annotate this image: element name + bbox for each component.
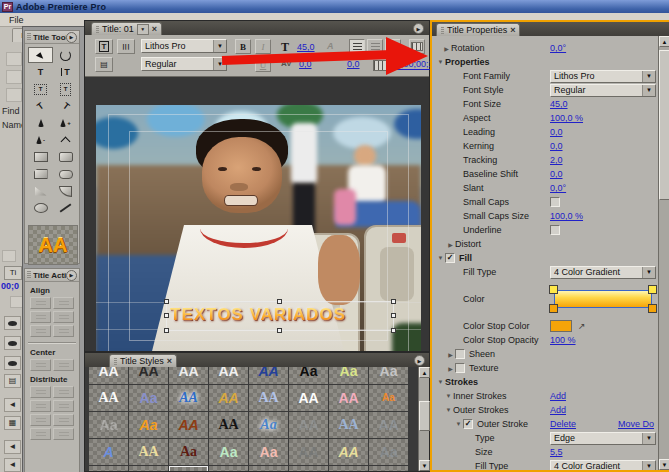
distribute-v-even-button[interactable]: [53, 428, 74, 440]
delete-link[interactable]: Delete: [550, 419, 576, 429]
style-swatch[interactable]: AA: [169, 367, 208, 384]
fill-type-dropdown[interactable]: 4 Color Gradient▼: [550, 266, 656, 279]
style-swatch[interactable]: AA: [329, 412, 368, 438]
style-swatch[interactable]: AA: [89, 367, 128, 384]
selection-handle[interactable]: [164, 313, 169, 318]
distribute-h-center-button[interactable]: [30, 400, 51, 412]
title-tools-header[interactable]: Title Tools ▶: [25, 31, 79, 44]
outer-strokes-add-link[interactable]: Add: [550, 405, 566, 415]
style-swatch[interactable]: AA: [329, 385, 368, 411]
style-swatch[interactable]: Aa: [169, 439, 208, 465]
scrollbar-thumb[interactable]: [419, 401, 430, 431]
style-swatch[interactable]: Aa: [249, 439, 288, 465]
selection-handle[interactable]: [277, 299, 282, 304]
rotation-value[interactable]: 0,0°: [550, 43, 566, 53]
path-type-tool[interactable]: T: [28, 98, 53, 114]
style-swatch[interactable]: [369, 466, 408, 471]
outer-stroke-checkbox[interactable]: ✓: [463, 419, 473, 429]
tab-close-icon[interactable]: ×: [510, 26, 515, 35]
distribute-v-center-button[interactable]: [53, 400, 74, 412]
style-swatch[interactable]: Aa: [329, 367, 368, 384]
track-audio-toggle[interactable]: ◄: [4, 440, 21, 454]
gradient-swatch[interactable]: [554, 290, 652, 308]
distribute-h-even-button[interactable]: [30, 428, 51, 440]
style-swatch[interactable]: Aa: [129, 385, 168, 411]
selection-handle[interactable]: [277, 328, 282, 333]
twirl-closed-icon[interactable]: ▶: [446, 365, 455, 372]
selection-handle[interactable]: [164, 328, 169, 333]
tab-stops-button[interactable]: [409, 39, 425, 54]
horizontal-center-button[interactable]: [53, 359, 74, 371]
panel-menu-button[interactable]: ▶: [414, 355, 425, 366]
style-swatch[interactable]: [289, 466, 328, 471]
align-right-button[interactable]: [385, 39, 401, 54]
vertical-type-tool[interactable]: T: [53, 64, 78, 80]
vertical-area-type-tool[interactable]: T: [53, 81, 78, 97]
style-swatch[interactable]: AA: [289, 439, 328, 465]
track-visibility-toggle[interactable]: [4, 336, 21, 350]
horizontal-right-align-button[interactable]: [30, 325, 51, 337]
style-swatch[interactable]: Aa: [89, 412, 128, 438]
horizontal-left-align-button[interactable]: [30, 297, 51, 309]
chevron-down-icon[interactable]: ▼: [642, 461, 655, 471]
chevron-down-icon[interactable]: ▼: [213, 40, 226, 52]
pen-tool[interactable]: [28, 115, 53, 131]
sheen-checkbox[interactable]: [455, 349, 465, 359]
style-swatch[interactable]: Aa: [169, 466, 208, 471]
horizontal-center-align-button[interactable]: [30, 311, 51, 323]
twirl-open-icon[interactable]: ▼: [444, 407, 453, 413]
new-title-button[interactable]: T: [95, 39, 113, 54]
slant-value[interactable]: 0,0°: [550, 183, 566, 193]
chevron-down-icon[interactable]: ▼: [642, 71, 655, 82]
style-swatch[interactable]: AA: [169, 385, 208, 411]
fill-gradient-editor[interactable]: [550, 286, 656, 312]
inner-strokes-add-link[interactable]: Add: [550, 391, 566, 401]
font-size-value[interactable]: 45,0: [297, 42, 315, 52]
style-swatch[interactable]: Aa: [249, 412, 288, 438]
tab-dropdown-icon[interactable]: ▼: [137, 24, 149, 35]
track-audio-toggle[interactable]: ▦: [4, 416, 21, 430]
timeline-panel-tab[interactable]: Ti: [4, 266, 22, 280]
distribute-right-button[interactable]: [30, 414, 51, 426]
font-family-dropdown[interactable]: Lithos Pro ▼: [141, 39, 227, 53]
timeline-timecode[interactable]: 00;0: [1, 281, 19, 291]
baseline-shift-value[interactable]: 0,0: [550, 169, 563, 179]
chevron-down-icon[interactable]: ▼: [642, 433, 655, 444]
templates-button[interactable]: ▤: [95, 57, 113, 72]
type-dropdown[interactable]: Edge▼: [550, 432, 656, 445]
tab-close-icon[interactable]: ×: [167, 357, 172, 366]
align-left-button[interactable]: [349, 39, 365, 54]
tab-title-properties[interactable]: Title Properties ×: [436, 23, 520, 36]
scroll-up-icon[interactable]: ▲: [659, 36, 669, 47]
track-visibility-toggle[interactable]: [4, 356, 21, 370]
kerning-value[interactable]: 0,0: [299, 59, 312, 69]
style-swatch[interactable]: Aa: [209, 439, 248, 465]
vertical-center-button[interactable]: [30, 359, 51, 371]
style-swatch[interactable]: AA: [129, 367, 168, 384]
title-actions-header[interactable]: Title Actior ▶: [25, 269, 79, 282]
italic-button[interactable]: I: [255, 39, 271, 54]
track-style-toggle[interactable]: ▤: [4, 374, 21, 388]
style-swatch[interactable]: AA: [209, 367, 248, 384]
texture-checkbox[interactable]: [455, 363, 465, 373]
style-swatch[interactable]: Aa: [289, 367, 328, 384]
style-swatch[interactable]: Aa: [129, 412, 168, 438]
selection-handle[interactable]: [391, 299, 396, 304]
selection-handle[interactable]: [391, 313, 396, 318]
aspect-value[interactable]: 100,0 %: [550, 113, 583, 123]
font-family-dropdown[interactable]: Lithos Pro▼: [550, 70, 656, 83]
style-swatch[interactable]: AA: [329, 439, 368, 465]
style-swatch[interactable]: [129, 466, 168, 471]
scroll-down-icon[interactable]: ▼: [419, 460, 430, 471]
arc-tool[interactable]: [53, 183, 78, 199]
vertical-center-align-button[interactable]: [53, 311, 74, 323]
fill-type-dropdown[interactable]: 4 Color Gradient▼: [550, 460, 656, 471]
color-stop-swatch[interactable]: [550, 320, 572, 332]
distribute-bottom-button[interactable]: [53, 414, 74, 426]
style-swatch[interactable]: AA: [89, 385, 128, 411]
vertical-top-align-button[interactable]: [53, 297, 74, 309]
gradient-stop-handle[interactable]: [549, 304, 558, 313]
bold-button[interactable]: B: [235, 39, 251, 54]
font-style-dropdown[interactable]: Regular ▼: [141, 57, 227, 71]
scrollbar-thumb[interactable]: [659, 50, 669, 200]
